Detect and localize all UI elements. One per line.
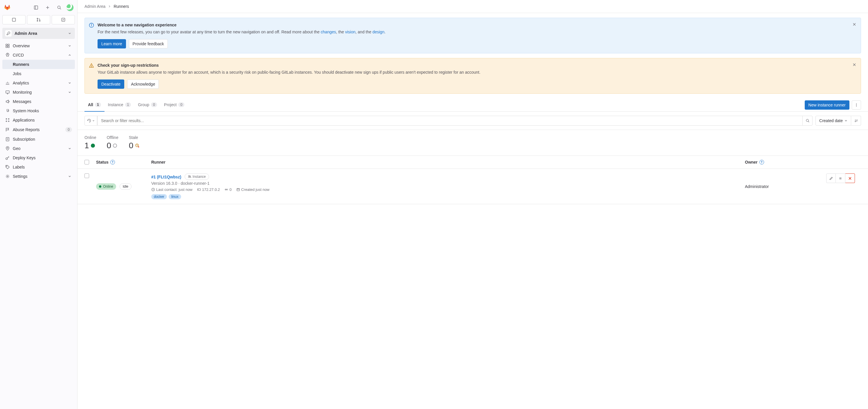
tab-group[interactable]: Group0 xyxy=(134,98,160,112)
status-column-header: Status ? xyxy=(96,160,151,165)
sidebar-item-system-hooks[interactable]: System Hooks xyxy=(2,106,75,115)
chevron-down-icon xyxy=(67,31,72,36)
stale-clock-icon xyxy=(135,143,140,148)
sidebar-item-label: CI/CD xyxy=(13,53,64,58)
search-history-button[interactable] xyxy=(85,116,97,126)
alert-body: For the next few releases, you can go to… xyxy=(97,29,856,35)
sidebar-item-label: Settings xyxy=(13,174,64,179)
sidebar-item-deploy-keys[interactable]: Deploy Keys xyxy=(2,153,75,163)
svg-line-39 xyxy=(808,121,809,122)
svg-point-44 xyxy=(190,176,191,177)
svg-rect-0 xyxy=(34,6,38,9)
svg-rect-12 xyxy=(8,44,9,45)
search-icon[interactable] xyxy=(55,3,64,12)
svg-point-38 xyxy=(806,119,808,122)
sidebar-item-labels[interactable]: Labels xyxy=(2,163,75,172)
svg-point-18 xyxy=(8,118,9,120)
design-link[interactable]: design xyxy=(372,30,384,34)
help-icon[interactable]: ? xyxy=(760,160,764,165)
tab-all[interactable]: All1 xyxy=(85,98,104,112)
sidebar-item-applications[interactable]: Applications xyxy=(2,115,75,125)
select-all-checkbox[interactable] xyxy=(85,160,89,165)
collapse-sidebar-icon[interactable] xyxy=(31,3,41,12)
close-alert-button[interactable] xyxy=(851,61,858,68)
plus-icon[interactable] xyxy=(43,3,52,12)
help-icon[interactable]: ? xyxy=(110,160,115,165)
sidebar-item-label: Labels xyxy=(13,165,72,169)
svg-point-25 xyxy=(7,176,8,177)
chevron-down-icon xyxy=(67,90,72,95)
context-label: Admin Area xyxy=(14,31,64,36)
sidebar-item-geo[interactable]: Geo xyxy=(2,144,75,153)
svg-point-49 xyxy=(227,189,228,190)
sidebar-item-ci-cd[interactable]: CI/CD xyxy=(2,50,75,60)
last-contact: Last contact: just now xyxy=(151,188,192,192)
close-alert-button[interactable] xyxy=(851,21,858,28)
merge-requests-button[interactable] xyxy=(27,15,50,24)
info-icon xyxy=(89,23,94,28)
row-checkbox[interactable] xyxy=(85,173,89,178)
stat-offline: Offline 0 xyxy=(106,135,118,150)
user-avatar[interactable] xyxy=(66,4,74,11)
sidebar-item-analytics[interactable]: Analytics xyxy=(2,78,75,88)
gitlab-logo[interactable] xyxy=(3,4,11,11)
provide-feedback-button[interactable]: Provide feedback xyxy=(129,39,168,48)
sidebar-item-label: System Hooks xyxy=(13,108,72,113)
sidebar-item-settings[interactable]: Settings xyxy=(2,172,75,181)
sidebar-item-abuse-reports[interactable]: Abuse Reports0 xyxy=(2,125,75,135)
svg-point-35 xyxy=(856,103,857,104)
delete-runner-button[interactable] xyxy=(845,173,855,183)
svg-line-5 xyxy=(60,8,61,9)
sidebar-item-subscription[interactable]: Subscription xyxy=(2,135,75,144)
runner-type-pill: Instance xyxy=(185,173,209,180)
sidebar-item-label: Monitoring xyxy=(13,90,64,95)
learn-more-button[interactable]: Learn more xyxy=(97,39,126,48)
edit-runner-button[interactable] xyxy=(826,173,836,183)
chart-icon xyxy=(5,81,10,85)
pause-runner-button[interactable] xyxy=(836,173,845,183)
more-actions-button[interactable] xyxy=(852,100,861,110)
svg-rect-11 xyxy=(6,44,7,45)
sidebar-item-overview[interactable]: Overview xyxy=(2,41,75,50)
search-input[interactable] xyxy=(97,116,803,126)
sidebar-item-label: Analytics xyxy=(13,81,64,85)
offline-dot-icon xyxy=(113,144,117,148)
sidebar-item-label: Applications xyxy=(13,118,72,123)
breadcrumb: Admin Area Runners xyxy=(78,0,868,13)
job-count: 0 xyxy=(224,188,231,192)
todos-button[interactable] xyxy=(52,15,75,24)
breadcrumb-root[interactable]: Admin Area xyxy=(85,4,105,9)
svg-point-20 xyxy=(8,121,9,122)
acknowledge-button[interactable]: Acknowledge xyxy=(127,79,159,89)
svg-rect-16 xyxy=(6,91,9,93)
vision-link[interactable]: vision xyxy=(345,30,355,34)
changes-link[interactable]: changes xyxy=(321,30,336,34)
sort-dropdown[interactable]: Created date xyxy=(815,116,851,126)
svg-point-22 xyxy=(7,148,8,148)
tab-project[interactable]: Project0 xyxy=(160,98,188,112)
runner-owner[interactable]: Administrator xyxy=(745,173,826,199)
sidebar-subitem-jobs[interactable]: Jobs xyxy=(2,69,75,78)
sidebar-subitem-runners[interactable]: Runners xyxy=(2,60,75,69)
sidebar-badge: 0 xyxy=(65,127,72,132)
runner-id-link[interactable]: #1 (FLt1Qwbsz) xyxy=(151,175,181,179)
runner-version: Version 16.3.0 · docker-runner-1 xyxy=(151,181,745,185)
grid-icon xyxy=(5,43,10,48)
tab-count: 0 xyxy=(151,102,157,107)
sidebar-item-monitoring[interactable]: Monitoring xyxy=(2,88,75,97)
sort-direction-button[interactable] xyxy=(851,116,861,126)
new-instance-runner-button[interactable]: New instance runner xyxy=(805,100,849,110)
apps-icon xyxy=(5,118,10,123)
search-button[interactable] xyxy=(803,116,812,126)
sidebar-item-messages[interactable]: Messages xyxy=(2,97,75,106)
context-admin-area[interactable]: Admin Area xyxy=(2,28,75,39)
key-icon xyxy=(5,156,10,160)
alert-title: Check your sign-up restrictions xyxy=(97,63,856,68)
tag: docker xyxy=(151,194,167,199)
deactivate-button[interactable]: Deactivate xyxy=(97,79,124,89)
runner-table-header: Status ? Runner Owner ? xyxy=(78,156,868,169)
issues-button[interactable] xyxy=(2,15,26,24)
svg-point-15 xyxy=(7,54,8,55)
tab-instance[interactable]: Instance1 xyxy=(104,98,135,112)
alert-actions: Learn more Provide feedback xyxy=(97,39,856,48)
